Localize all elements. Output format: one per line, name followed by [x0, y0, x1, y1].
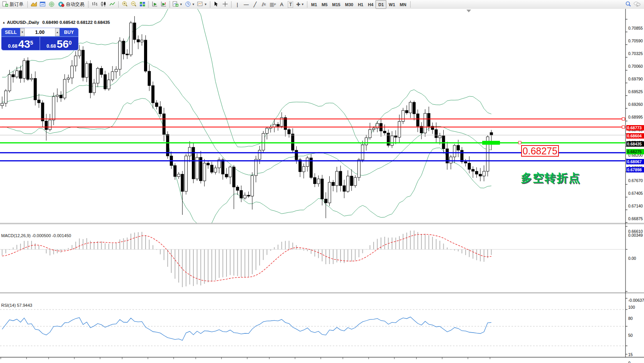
- chart-area: 0.708550.705900.703250.700600.697900.695…: [0, 9, 644, 363]
- market-watch-button[interactable]: [29, 0, 38, 8]
- tab-w1[interactable]: W1: [386, 0, 397, 8]
- fibonacci-button[interactable]: ▦F: [268, 0, 277, 8]
- one-click-trading-panel: SELL ▼ ▲ BUY 0.68 43 5 0.68 56 0: [1, 28, 79, 50]
- buy-button[interactable]: BUY: [60, 28, 78, 37]
- volume-decrease-button[interactable]: ▼: [20, 28, 25, 36]
- new-chart-button[interactable]: [38, 0, 47, 8]
- new-order-button[interactable]: 新订单: [0, 0, 26, 8]
- candle-body: [5, 91, 7, 103]
- clock-icon: [185, 1, 191, 8]
- candle-body: [420, 126, 423, 133]
- tab-h1[interactable]: H1: [356, 0, 366, 8]
- candle-body: [391, 136, 393, 146]
- new-order-label: 新订单: [10, 1, 23, 8]
- candle-body: [148, 71, 151, 85]
- chart-shift-icon: [161, 1, 167, 8]
- volume-input[interactable]: [25, 28, 55, 36]
- sell-price[interactable]: 0.68 43 5: [2, 37, 40, 50]
- candle-body: [273, 124, 276, 127]
- zoom-out-button[interactable]: [129, 0, 138, 8]
- candle-body: [446, 149, 449, 163]
- candle-body: [8, 75, 11, 91]
- candlestick-button[interactable]: [99, 0, 108, 8]
- shapes-button[interactable]: ✚▼: [295, 0, 305, 8]
- candle-body: [71, 66, 74, 78]
- rsi-tick: 0: [628, 361, 631, 363]
- rsi-label: RSI(14) 57.9443: [1, 303, 32, 308]
- search-button[interactable]: [624, 0, 632, 8]
- macd-tick: -0.00637: [628, 298, 644, 303]
- trendline-button[interactable]: ╱: [251, 0, 260, 8]
- candle-body: [302, 167, 305, 172]
- chart-shift-button[interactable]: [159, 0, 168, 8]
- periods-button[interactable]: ▼: [184, 0, 196, 8]
- chart-canvas: [0, 9, 644, 363]
- tab-d1[interactable]: D1: [376, 0, 386, 9]
- vertical-line-button[interactable]: |: [233, 0, 242, 8]
- candle-body: [82, 50, 84, 77]
- candle-body: [269, 127, 272, 129]
- candle-body: [483, 171, 485, 176]
- text-label-button[interactable]: T: [286, 0, 295, 8]
- auto-scroll-icon: [152, 1, 158, 8]
- horizontal-line-button[interactable]: —: [242, 0, 251, 8]
- candle-body: [255, 159, 257, 176]
- candle-body: [365, 138, 368, 145]
- candle-body: [387, 133, 390, 145]
- chevron-down-icon: ▼: [204, 3, 207, 6]
- crosshair-button[interactable]: [221, 0, 230, 8]
- text-tool-button[interactable]: A: [277, 0, 286, 8]
- new-order-icon: [2, 1, 8, 8]
- profiles-button[interactable]: [47, 0, 56, 8]
- candle-body: [196, 157, 198, 179]
- zoom-out-icon: [131, 1, 137, 8]
- chart-shift-marker: [466, 10, 471, 12]
- candle-body: [74, 56, 77, 66]
- candle-body: [174, 166, 176, 177]
- templates-button[interactable]: ▼: [196, 0, 208, 8]
- turning-point-note[interactable]: 多空转折点: [521, 171, 580, 186]
- rsi-tick: 15: [628, 352, 633, 357]
- tab-m1[interactable]: M1: [309, 0, 319, 8]
- candle-body: [177, 174, 180, 176]
- auto-scroll-button[interactable]: [150, 0, 159, 8]
- candle-body: [19, 71, 22, 79]
- sell-button[interactable]: SELL: [2, 28, 20, 37]
- channel-button[interactable]: ⫽E: [260, 0, 268, 8]
- zoom-in-button[interactable]: [120, 0, 129, 8]
- buy-price[interactable]: 0.68 56 0: [40, 37, 78, 50]
- tab-m5[interactable]: M5: [319, 0, 330, 8]
- price-level-label: 0.68067: [626, 159, 644, 164]
- macd-label: MACD(12,26,9) -0.000500 -0.001450: [1, 233, 71, 238]
- tab-h4[interactable]: H4: [366, 0, 376, 8]
- candle-body: [475, 171, 478, 174]
- candle-body: [372, 128, 375, 130]
- cursor-button[interactable]: [212, 0, 221, 8]
- bar-chart-button[interactable]: [90, 0, 99, 8]
- candle-body: [1, 103, 3, 105]
- volume-increase-button[interactable]: ▲: [55, 28, 60, 36]
- tile-windows-button[interactable]: [138, 0, 147, 8]
- candle-body: [111, 72, 114, 80]
- fibonacci-sub-label: F: [274, 3, 276, 6]
- autotrading-button[interactable]: 自动交易: [56, 0, 87, 8]
- candle-body: [170, 156, 173, 166]
- collapse-arrow-icon: ▲: [2, 21, 5, 24]
- tile-windows-icon: [139, 1, 146, 8]
- candle-body: [332, 182, 335, 186]
- community-button[interactable]: [632, 0, 642, 8]
- candle-body: [343, 186, 345, 191]
- template-chart-icon: [197, 1, 203, 8]
- tab-m30[interactable]: M30: [343, 0, 356, 8]
- tab-m15[interactable]: M15: [330, 0, 342, 8]
- price-tick: 0.68465: [628, 140, 643, 145]
- candle-body: [152, 85, 154, 103]
- tab-mn[interactable]: MN: [397, 0, 409, 8]
- price-tick: 0.68200: [628, 153, 643, 157]
- line-chart-button[interactable]: [108, 0, 117, 8]
- candle-body: [442, 136, 445, 149]
- candle-body: [133, 23, 136, 40]
- candle-body: [357, 160, 360, 177]
- indicators-button[interactable]: ▼: [171, 0, 184, 8]
- price-annotation-box[interactable]: 0.68275: [521, 145, 559, 157]
